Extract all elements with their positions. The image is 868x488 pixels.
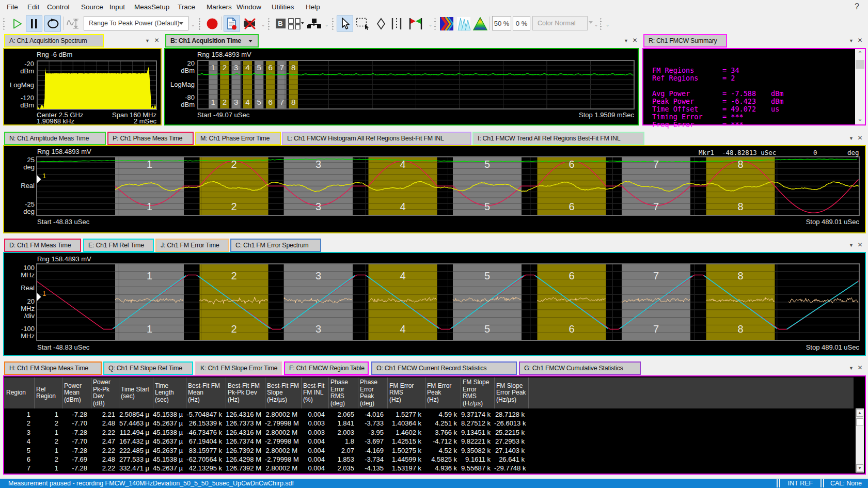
colormap-button[interactable]: [472, 15, 488, 32]
column-header[interactable]: Best-Fit FM INL (%): [303, 377, 328, 408]
toolbar-grip[interactable]: [434, 18, 436, 30]
toolbar-overflow[interactable]: ⌄: [428, 24, 433, 29]
table-row[interactable]: 22-7.702.4857.4463 µ45.2637 µ26.15339 k1…: [4, 419, 856, 428]
column-header[interactable]: FM Error RMS (Hz): [389, 377, 424, 408]
pointer-button[interactable]: [337, 15, 353, 32]
toolbar-grip[interactable]: [332, 18, 334, 30]
color-combo[interactable]: Color Normal: [532, 16, 588, 30]
window-r-close-icon[interactable]: ✕: [856, 37, 864, 44]
window-m-plot[interactable]: Rng 158.4893 mVMkr1-48.82813 uSec0deg25d…: [3, 145, 866, 233]
column-header[interactable]: Best-Fit FM Pk-Pk Dev (Hz): [228, 377, 264, 408]
scrollbar-thumb[interactable]: [856, 60, 864, 69]
window-layout-button[interactable]: [287, 15, 305, 32]
toolbar-overflow[interactable]: ⌄: [261, 24, 265, 29]
tab-window-b[interactable]: B: Ch1 Acquisition Time: [165, 34, 259, 48]
no-video-button[interactable]: [242, 15, 258, 32]
waterfall-button[interactable]: [455, 15, 472, 32]
table-row[interactable]: 62-7.692.48277.533 µ45.1538 µ-62.70564 k…: [4, 455, 856, 464]
toolbar-grip[interactable]: [199, 18, 200, 30]
restart-button[interactable]: [44, 15, 61, 32]
column-header[interactable]: Phase Error RMS (deg): [330, 377, 357, 408]
toolbar-overflow[interactable]: ⌄: [191, 24, 195, 29]
toolbar-grip[interactable]: [3, 18, 5, 30]
column-header[interactable]: Time Length (sec): [155, 377, 185, 408]
row2-minimize-icon[interactable]: ▼: [847, 135, 855, 143]
window-a-plot[interactable]: Rng -6 dBm-20dBmLogMag-120dBmCenter 2.5 …: [3, 48, 162, 125]
table-row[interactable]: 42-7.702.47167.432 µ45.2637 µ67.19404 k1…: [4, 437, 856, 446]
tab-row4-k[interactable]: K: Ch1 FM Slope Error Time: [195, 361, 282, 375]
row3-minimize-icon[interactable]: ▼: [847, 242, 855, 249]
window-b-plot[interactable]: 1122334455667788Rng 158.4893 mV20dBmLogM…: [164, 48, 639, 125]
column-header[interactable]: Ref Region: [36, 377, 61, 408]
menu-item-trace[interactable]: Trace: [178, 3, 195, 12]
tab-row3-j[interactable]: J: Ch1 FM Error Time: [155, 239, 229, 252]
row2-close-icon[interactable]: ✕: [856, 134, 864, 142]
row4-minimize-icon[interactable]: ▼: [847, 365, 855, 372]
column-header[interactable]: Region: [6, 377, 34, 408]
menu-item-window[interactable]: Window: [236, 3, 261, 12]
spectrogram-button[interactable]: [438, 15, 455, 32]
column-header[interactable]: FM Slope Error RMS (Hz/µs): [463, 377, 494, 408]
column-header[interactable]: Power Mean (dBm): [64, 377, 90, 408]
column-header[interactable]: FM Error Peak (Hz): [427, 377, 460, 408]
tab-window-a[interactable]: A: Ch1 Acquisition Spectrum: [4, 34, 104, 48]
column-header[interactable]: Best-Fit FM Mean (Hz): [188, 377, 225, 408]
table-row[interactable]: 31-7.282.22112.494 µ45.1538 µ-46.73476 k…: [4, 429, 856, 437]
toolbar-overflow[interactable]: ⌄: [605, 24, 610, 29]
menu-item-edit[interactable]: Edit: [27, 3, 39, 12]
tab-row3-c[interactable]: C: Ch1 FM Error Spectrum: [230, 239, 321, 252]
tab-row3-d[interactable]: D: Ch1 FM Meas Time: [4, 239, 81, 252]
help-icon[interactable]: ?: [855, 2, 859, 11]
column-header[interactable]: Power Pk-Pk Dev (dB): [93, 377, 118, 408]
window-r-minimize-icon[interactable]: ▼: [847, 37, 855, 45]
tab-window-b-dropdown-icon[interactable]: [248, 40, 252, 42]
trace-layout-button[interactable]: [306, 15, 322, 32]
column-header[interactable]: Phase Error Peak (deg): [360, 377, 387, 408]
tab-row4-f[interactable]: F: Ch1 FMCW Region Table: [284, 361, 369, 375]
column-header[interactable]: Best-Fit FM Slope (Hz/µs): [267, 377, 301, 408]
table-scrollbar[interactable]: ▲▼: [856, 408, 864, 473]
window-e-plot[interactable]: Rng 158.4893 mV100MHzReal20MHz/div-100MH…: [3, 252, 866, 356]
scrollbar-thumb[interactable]: [856, 418, 863, 426]
table-row[interactable]: 11-7.282.212.50854 µ45.1538 µ-5.704847 k…: [4, 411, 856, 419]
toolbar-overflow[interactable]: ⌄: [324, 24, 329, 29]
summary-scrollbar[interactable]: ⌃⌄: [855, 49, 865, 124]
tab-row4-q[interactable]: Q: Ch1 FM Slope Ref Time: [103, 361, 193, 375]
window-a-close-icon[interactable]: ✕: [153, 37, 161, 44]
marquee-zoom-button[interactable]: [355, 15, 371, 32]
scrollbar-down-icon[interactable]: ▼: [856, 464, 863, 472]
tab-row2-l[interactable]: L: Ch1 FMCW Histogram All Ref Regions Be…: [282, 132, 471, 145]
tab-row4-h[interactable]: H: Ch1 FM Slope Meas Time: [4, 361, 102, 375]
tab-row4-o[interactable]: O: Ch1 FMCW Current Record Statistics: [371, 361, 517, 375]
table-row[interactable]: 71-7.282.22332.471 µ45.2637 µ42.13295 k1…: [4, 464, 856, 473]
band-markers-button[interactable]: [388, 15, 405, 32]
tab-row4-g[interactable]: G: Ch1 FMCW Cumulative Statistics: [519, 361, 641, 375]
play-button[interactable]: [9, 15, 25, 32]
recording-playback-button[interactable]: [224, 15, 240, 32]
overlap-percent-field[interactable]: 50 %: [492, 16, 511, 30]
scrollbar-up-icon[interactable]: ▲: [856, 409, 863, 417]
marker-diamond-button[interactable]: [373, 15, 389, 32]
autorange-button[interactable]: [65, 15, 82, 32]
window-a-minimize-icon[interactable]: ▼: [144, 37, 151, 45]
menu-item-markers[interactable]: Markers: [207, 3, 232, 12]
menu-item-source[interactable]: Source: [81, 3, 103, 12]
window-b-close-icon[interactable]: ✕: [631, 37, 639, 44]
range-combo[interactable]: Range To Peak Power (Default): [84, 16, 188, 30]
tab-row2-i[interactable]: I: Ch1 FMCW Trend All Ref Regions Best-F…: [472, 132, 644, 145]
column-header[interactable]: FM Slope Error Peak (Hz/µs): [496, 377, 528, 408]
row4-close-icon[interactable]: ✕: [856, 364, 864, 372]
window-b-minimize-icon[interactable]: ▼: [622, 37, 630, 45]
record-button[interactable]: [204, 15, 220, 32]
column-header[interactable]: Time Start (sec): [121, 377, 152, 408]
menu-item-help[interactable]: Help: [306, 3, 320, 12]
menu-item-utilities[interactable]: Utilities: [272, 3, 294, 12]
tab-row3-e[interactable]: E: Ch1 FM Ref Time: [83, 239, 154, 252]
scrollbar-down-icon[interactable]: ⌄: [855, 115, 865, 122]
flag-markers-button[interactable]: [406, 15, 425, 32]
table-row[interactable]: 51-7.282.22222.485 µ45.2637 µ83.15977 k1…: [4, 447, 856, 455]
tab-row2-p[interactable]: P: Ch1 Phase Meas Time: [107, 132, 194, 145]
tab-row2-m[interactable]: M: Ch1 Phase Error Time: [195, 132, 281, 145]
tab-row2-n[interactable]: N: Ch1 Amplitude Meas Time: [4, 132, 106, 145]
toolbar-overflow[interactable]: ⌄: [594, 24, 598, 29]
